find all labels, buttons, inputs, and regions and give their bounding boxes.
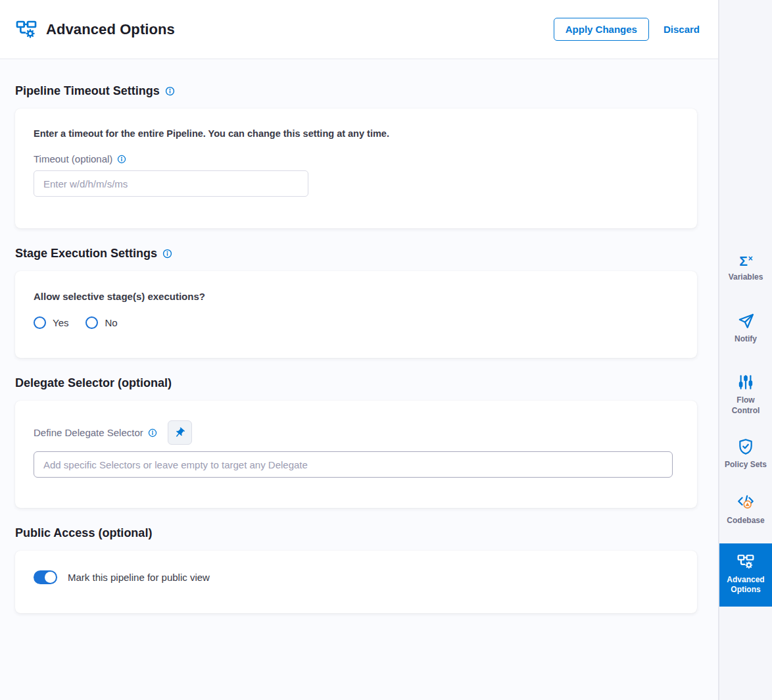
radio-yes-label: Yes [53, 317, 68, 328]
radio-yes-circle[interactable] [34, 316, 46, 329]
sidebar-item-flow-control[interactable]: Flow Control [719, 374, 772, 416]
sidebar-item-label: Codebase [727, 516, 764, 526]
stage-execution-heading-label: Stage Execution Settings [15, 247, 157, 261]
advanced-options-header: Advanced Options Apply Changes Discard [0, 0, 718, 59]
sidebar-item-policy-sets[interactable]: Policy Sets [719, 438, 772, 470]
code-warning-icon [736, 493, 755, 511]
sidebar-item-advanced-options[interactable]: Advanced Options [719, 543, 772, 607]
timeout-input[interactable] [34, 170, 308, 197]
header-actions: Apply Changes Discard [554, 18, 702, 41]
sidebar-item-variables[interactable]: Σ× Variables [719, 254, 772, 283]
sigma-x-icon: Σ× [739, 254, 752, 268]
sidebar-item-label: Flow Control [723, 395, 769, 416]
timeout-field-label: Timeout (optional) [34, 153, 679, 164]
radio-option-no[interactable]: No [85, 316, 117, 329]
public-access-section-heading: Public Access (optional) [15, 526, 697, 540]
toggle-knob [45, 572, 56, 583]
timeout-field-info-icon[interactable] [117, 155, 126, 164]
radio-option-yes[interactable]: Yes [34, 316, 68, 329]
delegate-label-row: Define Delegate Selector [34, 420, 679, 445]
page-title: Advanced Options [46, 21, 175, 38]
header-title-group: Advanced Options [16, 19, 175, 40]
sidebar-item-label: Notify [735, 334, 757, 345]
pipeline-right-sidebar: Σ× Variables Notify Flow Control [718, 0, 772, 700]
timeout-info-icon[interactable] [165, 86, 175, 96]
public-view-toggle[interactable] [34, 570, 57, 584]
paper-plane-icon [737, 312, 754, 330]
timeout-heading-label: Pipeline Timeout Settings [15, 84, 160, 98]
timeout-description: Enter a timeout for the entire Pipeline.… [34, 128, 679, 139]
delegate-field-info-icon[interactable] [148, 428, 157, 438]
selective-stage-radio-group: Yes No [34, 316, 679, 329]
sidebar-item-label: Policy Sets [725, 460, 767, 470]
delegate-card: Define Delegate Selector [15, 401, 697, 508]
pipeline-gear-icon [16, 19, 37, 40]
sidebar-item-notify[interactable]: Notify [719, 312, 772, 345]
selective-stage-question: Allow selective stage(s) executions? [34, 291, 679, 302]
sidebar-item-codebase[interactable]: Codebase [719, 493, 772, 526]
delegate-heading-label: Delegate Selector (optional) [15, 376, 172, 390]
advanced-options-content: Pipeline Timeout Settings Enter a timeou… [0, 59, 718, 700]
pushpin-icon [174, 427, 185, 439]
radio-no-label: No [105, 317, 117, 328]
stage-execution-info-icon[interactable] [162, 249, 172, 259]
stage-execution-card: Allow selective stage(s) executions? Yes… [15, 271, 697, 358]
public-access-card: Mark this pipeline for public view [15, 551, 697, 613]
pin-selector-button[interactable] [168, 420, 192, 445]
main-panel: Advanced Options Apply Changes Discard P… [0, 0, 718, 700]
delegate-section-heading: Delegate Selector (optional) [15, 376, 697, 390]
delegate-field-label: Define Delegate Selector [34, 427, 157, 438]
shield-check-icon [737, 438, 754, 455]
public-access-heading-label: Public Access (optional) [15, 526, 152, 540]
public-view-toggle-label: Mark this pipeline for public view [68, 572, 210, 583]
stage-execution-section-heading: Stage Execution Settings [15, 247, 697, 261]
timeout-card: Enter a timeout for the entire Pipeline.… [15, 109, 697, 228]
discard-button[interactable]: Discard [661, 20, 702, 39]
radio-no-circle[interactable] [85, 316, 98, 329]
delegate-selector-input[interactable] [34, 451, 673, 478]
public-view-toggle-row: Mark this pipeline for public view [34, 570, 679, 584]
timeout-section-heading: Pipeline Timeout Settings [15, 84, 697, 98]
sidebar-item-label: Variables [729, 272, 763, 283]
pipeline-gear-icon [737, 553, 754, 570]
apply-changes-button[interactable]: Apply Changes [554, 18, 649, 41]
sidebar-item-label: Advanced Options [723, 575, 769, 595]
sliders-icon [737, 374, 754, 391]
